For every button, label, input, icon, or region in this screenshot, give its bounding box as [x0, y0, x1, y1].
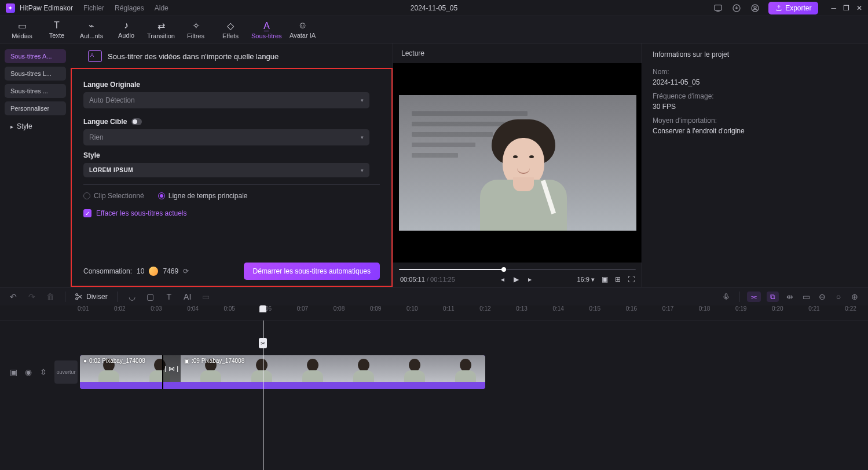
ruler-tick: 0:10	[406, 305, 417, 312]
zoom-slider-icon[interactable]: ○	[833, 292, 844, 301]
preview-content	[399, 95, 636, 231]
info-import-label: Moyen d'importation:	[653, 116, 858, 125]
track-visibility-icon[interactable]: ◉	[23, 367, 34, 377]
crop-icon[interactable]: ▢	[145, 292, 156, 301]
mic-icon[interactable]	[722, 293, 733, 301]
start-auto-subtitles-button[interactable]: Démarrer les sous-titres automatiques	[244, 263, 380, 280]
export-button[interactable]: Exporter	[768, 2, 818, 14]
subtitle-settings-panel: Langue Originale Auto Détection▾ Langue …	[71, 68, 393, 287]
snap-icon[interactable]: ⇹	[785, 292, 795, 301]
ruler-tick: 0:01	[78, 305, 89, 312]
cut-handle[interactable]: ✂	[259, 338, 267, 348]
select-style[interactable]: LOREM IPSUM▾	[83, 163, 369, 177]
zoom-in-icon[interactable]: ⊕	[849, 292, 860, 301]
window-maximize[interactable]: ❐	[843, 4, 849, 12]
fullscreen-icon[interactable]: ⛶	[628, 275, 635, 283]
tab-transition[interactable]: ⇄Transition	[147, 20, 175, 39]
info-name-label: Nom:	[653, 68, 858, 76]
menu-settings[interactable]: Réglages	[115, 4, 144, 12]
link-icon[interactable]: ⧉	[767, 292, 779, 302]
clip-label-2: ▣ :09 Pixabay_174008	[184, 358, 244, 364]
account-icon[interactable]	[750, 3, 760, 13]
refresh-icon[interactable]: ⟳	[183, 267, 191, 275]
chevron-down-icon: ▾	[361, 134, 364, 140]
track-toggle-icon[interactable]: ▣	[8, 367, 19, 377]
ruler-tick: 0:21	[808, 305, 819, 312]
window-close[interactable]: ✕	[856, 4, 862, 12]
tab-auto[interactable]: ⌁Aut...nts	[78, 20, 105, 39]
video-clip[interactable]: ● 0:02 Pixabay_174008 |⋈| ▣ :09 Pixabay_…	[80, 355, 485, 389]
camera-icon[interactable]: ▭	[201, 292, 211, 301]
magnet-icon[interactable]: ⫘	[747, 292, 761, 302]
zoom-out-icon[interactable]: ⊖	[817, 292, 827, 301]
panel-title-row: Sous-titrer des vidéos dans n'importe qu…	[71, 50, 393, 68]
check-icon: ✓	[83, 209, 91, 217]
side-tab-other-subtitles[interactable]: Sous-titres ...	[5, 84, 66, 98]
radio-main-timeline[interactable]: Ligne de temps principale	[158, 192, 248, 200]
timeline-tracks: ▣ ◉ ⇳ ouvertur ● 0:02 Pixabay_174008 |⋈|…	[0, 320, 868, 470]
tab-audio[interactable]: ♪Audio	[112, 20, 140, 39]
tab-avatar[interactable]: ☺Avatar IA	[289, 20, 317, 39]
menu-file[interactable]: Fichier	[83, 4, 104, 12]
tab-media[interactable]: ▭Médias	[8, 20, 36, 39]
grid-icon[interactable]: ⊞	[615, 275, 621, 283]
tab-filters[interactable]: ✧Filtres	[182, 20, 210, 39]
side-tab-custom[interactable]: Personnaliser	[5, 101, 66, 115]
titlebar: ✦ HitPaw Edimakor Fichier Réglages Aide …	[0, 0, 868, 16]
tab-subtitles[interactable]: A̲Sous-titres	[251, 20, 282, 39]
track-lock-icon[interactable]: ⇳	[38, 367, 49, 377]
toggle-target-language[interactable]	[131, 118, 142, 125]
svg-point-4	[76, 293, 78, 296]
ruler-tick: 0:14	[552, 305, 563, 312]
chevron-down-icon: ▾	[361, 167, 364, 173]
ruler-tick: 0:17	[662, 305, 673, 312]
feedback-icon[interactable]	[713, 3, 723, 13]
info-fps-label: Fréquence d'image:	[653, 92, 858, 100]
delete-button[interactable]: 🗑	[45, 292, 56, 301]
side-tab-local-subtitles[interactable]: Sous-titres L...	[5, 67, 66, 81]
ruler-tick: 0:18	[699, 305, 710, 312]
undo-button[interactable]: ↶	[8, 292, 19, 301]
ruler-tick: 0:19	[735, 305, 746, 312]
redo-button[interactable]: ↷	[27, 292, 37, 301]
ruler-tick: 0:16	[626, 305, 637, 312]
consumption-display: Consommation: 10 7469 ⟳	[83, 267, 191, 276]
tab-effects[interactable]: ◇Effets	[217, 20, 244, 39]
split-button[interactable]: Diviser	[75, 293, 108, 301]
side-tab-auto-subtitles[interactable]: Sous-titres A...	[5, 49, 66, 63]
playhead-cap[interactable]	[259, 305, 266, 312]
snapshot-icon[interactable]: ▣	[602, 275, 608, 283]
preview-viewport[interactable]	[393, 63, 642, 263]
timeline-toolbar: ↶ ↷ 🗑 Diviser ◡ ▢ T AI ▭ ⫘ ⧉ ⇹ ▭ ⊖ ○ ⊕	[0, 287, 868, 305]
prev-frame-button[interactable]: ◂	[501, 275, 504, 283]
app-name: HitPaw Edimakor	[20, 4, 73, 12]
player-seekbar[interactable]	[399, 266, 636, 273]
tab-text[interactable]: TTexte	[43, 20, 71, 39]
intro-clip[interactable]: ouvertur	[54, 360, 78, 384]
svg-rect-0	[715, 5, 721, 10]
info-import-value: Conserver à l'endroit d'origine	[653, 127, 858, 135]
checkbox-clear-subtitles[interactable]: ✓ Effacer les sous-titres actuels	[83, 209, 380, 217]
menu-help[interactable]: Aide	[155, 4, 169, 12]
side-tab-style[interactable]: Style	[5, 119, 66, 134]
ruler-tick: 0:02	[114, 305, 125, 312]
timeline-ruler[interactable]: 0:010:020:030:040:050:060:070:080:090:10…	[0, 305, 868, 320]
ruler-tick: 0:09	[370, 305, 381, 312]
preview-label: Lecture	[393, 43, 642, 63]
marker-icon[interactable]: ◡	[127, 292, 137, 301]
aspect-ratio-select[interactable]: 16:9 ▾	[577, 276, 595, 283]
select-original-language[interactable]: Auto Détection▾	[83, 92, 369, 108]
ruler-tick: 0:13	[516, 305, 527, 312]
fit-icon[interactable]: ▭	[801, 292, 811, 301]
ai-icon[interactable]: AI	[182, 292, 193, 301]
coin-icon	[149, 267, 158, 276]
window-minimize[interactable]: ─	[831, 4, 836, 12]
radio-selected-clip[interactable]: Clip Selectionné	[83, 192, 144, 200]
play-button[interactable]: ▶	[514, 275, 519, 283]
text-icon[interactable]: T	[164, 292, 174, 301]
next-frame-button[interactable]: ▸	[528, 275, 532, 283]
select-target-language[interactable]: Rien▾	[83, 129, 369, 145]
download-icon[interactable]	[731, 3, 742, 13]
svg-point-5	[76, 297, 78, 300]
clip-transition[interactable]: |⋈|	[162, 355, 181, 382]
